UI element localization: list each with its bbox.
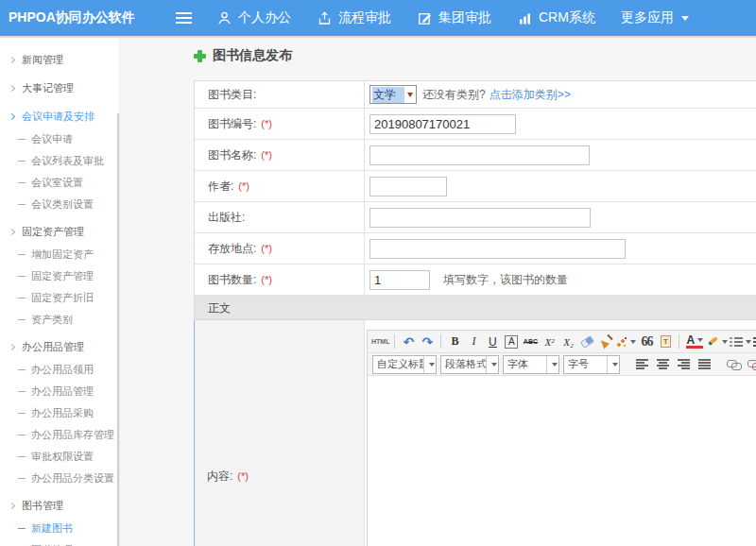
select-dropdown-button[interactable]: [486, 356, 498, 373]
sidebar-item-book-manage[interactable]: 图书管理: [0, 539, 119, 546]
sidebar-item-supplies-stock[interactable]: 办公用品库存管理: [0, 424, 119, 446]
sidebar-item-asset-type[interactable]: 资产类别: [0, 309, 119, 331]
nav-item-label: 流程审批: [338, 9, 391, 26]
paragraph-format-select[interactable]: 段落格式: [440, 355, 499, 374]
caret-down-icon: [746, 340, 751, 344]
italic-button[interactable]: I: [465, 333, 482, 351]
caret-down-icon: [681, 16, 689, 21]
sidebar-item-asset-add[interactable]: 增加固定资产: [0, 244, 119, 265]
font-family-select[interactable]: 字体: [503, 355, 559, 374]
paste-text-button[interactable]: [657, 333, 674, 351]
font-color-button[interactable]: A: [686, 334, 703, 349]
nav-item-group-approval[interactable]: 集团审批: [417, 9, 491, 26]
nav-item-more-apps[interactable]: 更多应用: [621, 9, 689, 26]
hamburger-menu-icon[interactable]: [176, 12, 192, 24]
field-label: 图书编号:: [208, 116, 256, 132]
sidebar-item-office-supplies[interactable]: 办公用品管理: [0, 335, 119, 359]
insert-link-button[interactable]: [725, 355, 744, 374]
sidebar-item-meeting-list-approve[interactable]: 会议列表及审批: [0, 150, 119, 172]
button-glyph: A: [508, 336, 515, 348]
sidebar-item-asset-depreciation[interactable]: 固定资产折旧: [0, 287, 119, 309]
sidebar-item-news[interactable]: 新闻管理: [0, 48, 119, 72]
nav-item-crm-system[interactable]: CRM系统: [517, 9, 595, 26]
dash-icon: [18, 276, 26, 277]
editor-content-area[interactable]: [368, 376, 756, 546]
sidebar-item-asset-manage[interactable]: 固定资产管理: [0, 265, 119, 287]
field-label: 出版社:: [208, 210, 245, 226]
caret-down-icon: [612, 363, 618, 367]
sidebar-item-label: 审批权限设置: [31, 446, 94, 468]
highlight-color-icon: [707, 335, 719, 348]
select-dropdown-button[interactable]: [546, 356, 558, 373]
sidebar-item-meeting-apply[interactable]: 会议申请: [0, 128, 119, 150]
blockquote-button[interactable]: 66: [638, 333, 655, 351]
subscript-button[interactable]: X₂: [559, 333, 576, 351]
no-category-text: 还没有类别?: [422, 87, 486, 103]
superscript-button[interactable]: X²: [541, 333, 558, 351]
book-author-value-cell: [365, 171, 756, 201]
book-quantity-input[interactable]: [369, 270, 430, 290]
select-label: 字号: [564, 357, 607, 371]
button-glyph: A: [687, 334, 696, 346]
undo-button[interactable]: ↶: [400, 333, 417, 351]
select-dropdown-button[interactable]: [423, 356, 436, 373]
align-justify-button[interactable]: [695, 355, 713, 374]
sidebar-item-meeting[interactable]: 会议申请及安排: [0, 105, 119, 128]
sidebar-item-label: 办公用品采购: [31, 402, 94, 424]
sidebar-item-meeting-type-setting[interactable]: 会议类别设置: [0, 194, 119, 215]
sidebar-item-approve-permission[interactable]: 审批权限设置: [0, 446, 119, 468]
sidebar-item-supplies-manage[interactable]: 办公用品管理: [0, 381, 119, 402]
select-dropdown-button[interactable]: [607, 356, 619, 373]
book-author-input[interactable]: [369, 177, 447, 196]
eraser-button[interactable]: [578, 333, 595, 351]
remove-link-button[interactable]: [746, 355, 756, 374]
sidebar-item-memorabilia[interactable]: 大事记管理: [0, 77, 119, 100]
sidebar-item-book-new[interactable]: 新建图书: [0, 518, 119, 539]
dash-icon: [18, 391, 26, 392]
sidebar-item-fixed-assets[interactable]: 固定资产管理: [0, 220, 119, 244]
bold-button[interactable]: B: [446, 333, 463, 351]
book-name-row: 图书名称:(*): [195, 140, 756, 171]
header-divider: [0, 36, 756, 38]
align-center-button[interactable]: [653, 355, 672, 374]
underline-button[interactable]: U: [484, 333, 501, 351]
ordered-list-button[interactable]: [730, 333, 751, 351]
sidebar-item-supplies-category[interactable]: 办公用品分类设置: [0, 468, 119, 489]
book-publisher-label-cell: 出版社:: [195, 202, 365, 232]
dash-icon: [18, 298, 26, 299]
format-painter-button[interactable]: [616, 333, 636, 351]
redo-button[interactable]: ↷: [419, 333, 436, 351]
highlight-color-button[interactable]: [707, 333, 728, 351]
dash-icon: [18, 413, 26, 414]
book-name-input[interactable]: [369, 145, 590, 165]
sidebar-scrollbar[interactable]: [117, 113, 119, 546]
book-code-input[interactable]: [369, 114, 516, 134]
clear-format-button[interactable]: [597, 333, 614, 351]
book-location-input[interactable]: [369, 239, 626, 259]
sidebar-item-supplies-claim[interactable]: 办公用品领用: [0, 359, 119, 381]
align-left-button[interactable]: [632, 355, 651, 374]
sidebar-item-meeting-room-setting[interactable]: 会议室设置: [0, 172, 119, 194]
ordered-list-icon: [730, 336, 743, 348]
sidebar-item-label: 会议室设置: [31, 172, 83, 194]
sidebar-item-label: 新建图书: [31, 518, 73, 539]
required-mark: (*): [238, 180, 249, 192]
nav-item-workflow-approval[interactable]: 流程审批: [317, 9, 391, 26]
strikethrough-button[interactable]: ABC: [522, 333, 539, 351]
add-category-link[interactable]: 点击添加类别>>: [490, 87, 571, 103]
sidebar-item-supplies-purchase[interactable]: 办公用品采购: [0, 402, 119, 424]
nav-item-label: 个人办公: [238, 9, 291, 26]
book-publisher-input[interactable]: [369, 208, 591, 228]
custom-title-select[interactable]: 自定义标题: [372, 355, 437, 374]
main-content: 图书信息发布 图书类目:文学还没有类别?点击添加类别>>图书编号:(*)图书名称…: [121, 38, 756, 546]
sidebar-group-news: 新闻管理: [0, 48, 119, 72]
field-label: 图书类目:: [208, 87, 256, 103]
book-category-select[interactable]: 文学: [369, 85, 417, 104]
nav-item-personal-office[interactable]: 个人办公: [216, 9, 291, 26]
source-code-button[interactable]: HTML: [371, 333, 389, 351]
autotypeset-button[interactable]: A: [505, 335, 518, 349]
align-right-button[interactable]: [674, 355, 693, 374]
sidebar-item-books[interactable]: 图书管理: [0, 494, 119, 518]
font-size-select[interactable]: 字号: [563, 355, 620, 374]
sidebar-item-label: 增加固定资产: [31, 244, 94, 265]
